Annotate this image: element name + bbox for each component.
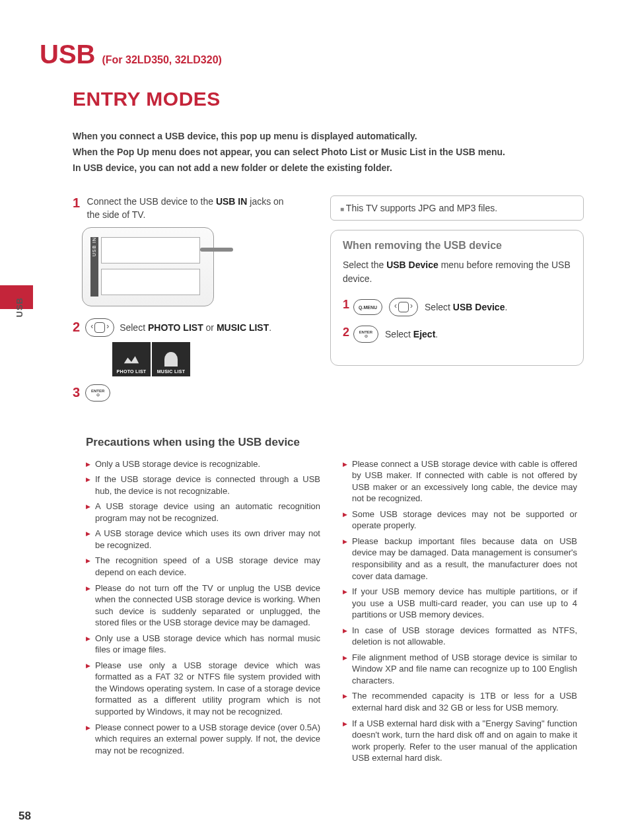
precaution-item: In case of USB storage devices formatted… bbox=[343, 625, 577, 648]
precaution-item: Only a USB storage device is recognizabl… bbox=[86, 458, 320, 470]
precaution-item: Please use only a USB storage device whi… bbox=[86, 660, 320, 718]
precaution-item: If a USB external hard disk with a "Ener… bbox=[343, 718, 577, 764]
enter-dot-icon: ⊙ bbox=[365, 334, 368, 338]
nav-arrows-button[interactable] bbox=[389, 298, 418, 316]
precaution-item: If the USB storage device is connected t… bbox=[86, 473, 320, 497]
precaution-item: Please connect power to a USB storage de… bbox=[86, 722, 320, 757]
remove-usb-box: When removing the USB device Select the … bbox=[330, 230, 584, 366]
remove-step-1: 1 Q.MENU Select USB Device. bbox=[343, 298, 571, 316]
remove-step-2: 2 ENTER ⊙ Select Eject. bbox=[343, 326, 571, 343]
page-header: USB (For 32LD350, 32LD320) bbox=[40, 40, 584, 69]
precautions-right-col: Please connect a USB storage device with… bbox=[343, 458, 577, 768]
intro-line: In USB device, you can not add a new fol… bbox=[73, 160, 584, 176]
music-list-tile[interactable]: MUSIC LIST bbox=[152, 342, 190, 376]
step-2-text: Select PHOTO LIST or MUSIC LIST. bbox=[120, 322, 271, 333]
music-icon bbox=[164, 352, 178, 367]
photo-list-tile[interactable]: PHOTO LIST bbox=[112, 342, 151, 376]
precaution-item: File alignment method of USB storage dev… bbox=[343, 652, 577, 687]
music-list-label: MUSIC LIST bbox=[157, 369, 186, 374]
precautions-left-col: Only a USB storage device is recognizabl… bbox=[86, 458, 320, 768]
photo-list-label: PHOTO LIST bbox=[117, 369, 147, 374]
side-tab-label: USB bbox=[15, 297, 24, 317]
step-number-1: 1 bbox=[73, 195, 80, 211]
section-title: ENTRY MODES bbox=[73, 88, 584, 110]
remove-step-number-1: 1 bbox=[343, 298, 349, 312]
step-1-text: Connect the USB device to the USB IN jac… bbox=[87, 195, 285, 221]
remove-title: When removing the USB device bbox=[343, 240, 571, 252]
precaution-item: If your USB memory device has multiple p… bbox=[343, 586, 577, 621]
nav-arrows-button[interactable] bbox=[85, 318, 114, 337]
header-models: (For 32LD350, 32LD320) bbox=[102, 54, 221, 66]
precaution-item: A USB storage device using an automatic … bbox=[86, 501, 320, 524]
precaution-item: The recommended capacity is 1TB or less … bbox=[343, 690, 577, 713]
enter-button[interactable]: ENTER ⊙ bbox=[353, 326, 378, 343]
precaution-item: A USB storage device which uses its own … bbox=[86, 528, 320, 551]
usb-port-slot bbox=[101, 237, 200, 263]
header-title: USB bbox=[40, 40, 95, 69]
precaution-item: The recognition speed of a USB storage d… bbox=[86, 555, 320, 578]
usb-port-diagram: USB IN bbox=[82, 227, 214, 306]
step-3: 3 ENTER ⊙ bbox=[73, 384, 310, 402]
memory-card-slot bbox=[101, 269, 200, 295]
photo-icon bbox=[122, 352, 141, 367]
precaution-item: Some USB storage devices may not be supp… bbox=[343, 508, 577, 532]
enter-button[interactable]: ENTER ⊙ bbox=[85, 384, 110, 402]
usb-cable-icon bbox=[200, 248, 233, 252]
support-note: This TV supports JPG and MP3 files. bbox=[330, 195, 584, 221]
intro-line: When you connect a USB device, this pop … bbox=[73, 129, 584, 145]
precaution-item: Please do not turn off the TV or unplug … bbox=[86, 582, 320, 629]
usb-in-label-bar: USB IN bbox=[90, 237, 98, 297]
intro-line: When the Pop Up menu does not appear, yo… bbox=[73, 145, 584, 160]
qmenu-button[interactable]: Q.MENU bbox=[353, 299, 382, 315]
precaution-item: Please backup important files because da… bbox=[343, 536, 577, 582]
step-number-2: 2 bbox=[73, 320, 80, 335]
precaution-item: Please connect a USB storage device with… bbox=[343, 458, 577, 505]
precautions-title: Precautions when using the USB device bbox=[86, 436, 577, 449]
enter-dot-icon: ⊙ bbox=[96, 393, 100, 397]
remove-text: Select the USB Device menu before removi… bbox=[343, 258, 571, 286]
precaution-item: Only use a USB storage device which has … bbox=[86, 633, 320, 656]
step-number-3: 3 bbox=[73, 385, 80, 400]
remove-step-2-text: Select Eject. bbox=[385, 329, 438, 339]
remove-step-1-text: Select USB Device. bbox=[425, 302, 507, 312]
step-1: 1 Connect the USB device to the USB IN j… bbox=[73, 195, 310, 221]
intro-block: When you connect a USB device, this pop … bbox=[73, 129, 584, 176]
precautions-section: Precautions when using the USB device On… bbox=[86, 436, 577, 768]
step-2: 2 Select PHOTO LIST or MUSIC LIST. bbox=[73, 318, 310, 337]
menu-tiles: PHOTO LIST MUSIC LIST bbox=[112, 342, 310, 376]
page-number: 58 bbox=[18, 810, 31, 823]
remove-step-number-2: 2 bbox=[343, 326, 349, 339]
